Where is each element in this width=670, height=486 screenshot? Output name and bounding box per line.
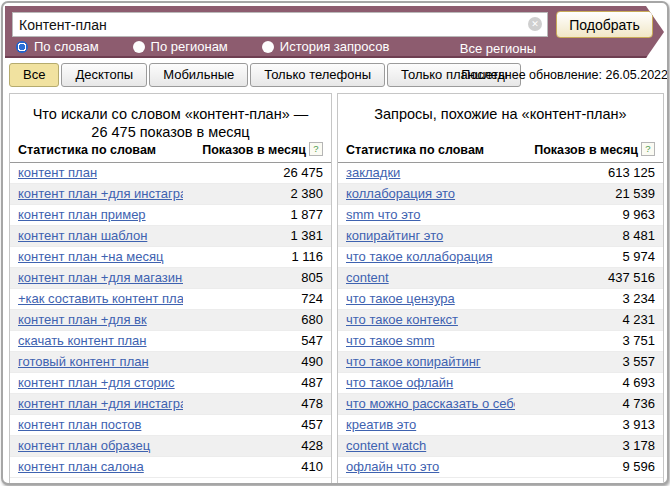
- shows-value: 428: [183, 436, 331, 457]
- table-header-row: Статистика по словам Показов в месяц?: [10, 139, 331, 163]
- shows-value: 4 231: [515, 310, 663, 331]
- shows-value: 680: [183, 310, 331, 331]
- search-mode-radio[interactable]: По регионам: [133, 39, 228, 54]
- keyword-link[interactable]: коллаборация это: [346, 186, 455, 201]
- keyword-link[interactable]: контент план +на месяц: [18, 249, 163, 264]
- keyword-link[interactable]: готовый контент план: [18, 354, 149, 369]
- keyword-link[interactable]: закладки: [346, 165, 400, 180]
- table-row: content watch 3 178: [338, 436, 663, 457]
- search-mode-group: По словам По регионам История запросов: [16, 39, 389, 54]
- keyword-link[interactable]: контент план: [18, 165, 97, 180]
- radio-label: По регионам: [151, 39, 228, 54]
- shows-value: 5 974: [515, 247, 663, 268]
- column-header-keyword: Статистика по словам: [338, 139, 515, 163]
- help-icon[interactable]: ?: [309, 142, 323, 156]
- keyword-link[interactable]: что такое цензура: [346, 291, 455, 306]
- search-header: ✕ Подобрать По словам По регионам Истори…: [5, 6, 664, 58]
- keyword-link[interactable]: content watch: [346, 438, 426, 453]
- shows-value: 9 963: [515, 205, 663, 226]
- keyword-link[interactable]: что такое контекст: [346, 312, 458, 327]
- device-tab[interactable]: Мобильные: [149, 63, 248, 87]
- keyword-link[interactable]: +как составить контент план: [18, 291, 183, 306]
- last-update-text: Последнее обновление: 26.05.2022: [461, 68, 668, 82]
- table-row: контент план пример 1 877: [10, 205, 331, 226]
- keyword-link[interactable]: копирайтинг это: [346, 228, 443, 243]
- shows-value: 26 475: [183, 163, 331, 184]
- table-row: что такое контекст 4 231: [338, 310, 663, 331]
- help-icon[interactable]: ?: [641, 142, 655, 156]
- keyword-table-body: контент план 26 475 контент план +для ин…: [10, 163, 331, 478]
- shows-value: 410: [183, 457, 331, 478]
- shows-value: 3 178: [515, 436, 663, 457]
- search-mode-radio[interactable]: История запросов: [262, 39, 390, 54]
- radio-icon: [133, 41, 145, 53]
- table-row: офлайн что это 9 596: [338, 457, 663, 478]
- radio-label: История запросов: [280, 39, 390, 54]
- shows-value: 21 539: [515, 184, 663, 205]
- radio-icon: [16, 41, 28, 53]
- device-tab-label: Все: [23, 67, 45, 82]
- shows-value: 1 877: [183, 205, 331, 226]
- shows-value: 547: [183, 331, 331, 352]
- keyword-link[interactable]: что такое коллаборация: [346, 249, 492, 264]
- keyword-link[interactable]: content: [346, 270, 389, 285]
- device-tab-label: Десктопы: [75, 67, 133, 82]
- table-row: контент план образец 428: [10, 436, 331, 457]
- shows-value: 3 913: [515, 415, 663, 436]
- table-row: креатив это 3 913: [338, 415, 663, 436]
- region-link[interactable]: Все регионы: [460, 41, 536, 57]
- keyword-link[interactable]: контент план постов: [18, 417, 141, 432]
- search-input[interactable]: [12, 12, 548, 37]
- shows-value: 2 380: [183, 184, 331, 205]
- device-tab-label: Только телефоны: [264, 67, 371, 82]
- keyword-link[interactable]: контент план +для инстаграм: [18, 186, 183, 201]
- shows-value: 3 751: [515, 331, 663, 352]
- table-row: контент план +для инстаграмма 478: [10, 394, 331, 415]
- table-row: контент план постов 457: [10, 415, 331, 436]
- table-row: контент план +на месяц 1 116: [10, 247, 331, 268]
- shows-value: 3 234: [515, 289, 663, 310]
- device-tab[interactable]: Десктопы: [61, 63, 147, 87]
- keyword-link[interactable]: контент план +для сторис: [18, 375, 175, 390]
- shows-value: 457: [183, 415, 331, 436]
- column-header-shows: Показов в месяц?: [515, 139, 663, 163]
- app-window: ✕ Подобрать По словам По регионам Истори…: [1, 1, 669, 485]
- table-row: копирайтинг это 8 481: [338, 226, 663, 247]
- keyword-link[interactable]: контент план +для вк: [18, 312, 147, 327]
- shows-value: 8 481: [515, 226, 663, 247]
- keyword-link[interactable]: smm что это: [346, 207, 421, 222]
- column-header-keyword: Статистика по словам: [10, 139, 183, 163]
- keyword-link[interactable]: креатив это: [346, 417, 416, 432]
- table-row: что такое офлайн 4 693: [338, 373, 663, 394]
- keyword-link[interactable]: контент план салона: [18, 459, 144, 474]
- device-tab[interactable]: Только телефоны: [250, 63, 385, 87]
- search-mode-radio[interactable]: По словам: [16, 39, 99, 54]
- table-row: контент план +для сторис 487: [10, 373, 331, 394]
- keyword-link[interactable]: контент план +для магазина: [18, 270, 183, 285]
- table-row: что такое smm 3 751: [338, 331, 663, 352]
- table-row: smm что это 9 963: [338, 205, 663, 226]
- radio-label: По словам: [34, 39, 99, 54]
- submit-button[interactable]: Подобрать: [556, 11, 653, 38]
- keyword-link[interactable]: контент план +для инстаграмма: [18, 396, 183, 411]
- keyword-link[interactable]: контент план шаблон: [18, 228, 147, 243]
- keyword-link[interactable]: контент план пример: [18, 207, 146, 222]
- device-tab[interactable]: Все: [9, 63, 59, 87]
- keyword-link[interactable]: контент план образец: [18, 438, 150, 453]
- keyword-link[interactable]: что можно рассказать о себе: [346, 396, 515, 411]
- keyword-link[interactable]: скачать контент план: [18, 333, 147, 348]
- table-row: контент план салона 410: [10, 457, 331, 478]
- shows-value: 805: [183, 268, 331, 289]
- radio-icon: [262, 41, 274, 53]
- shows-value: 613 125: [515, 163, 663, 184]
- shows-value: 437 516: [515, 268, 663, 289]
- table-row: скачать контент план 547: [10, 331, 331, 352]
- keyword-link[interactable]: офлайн что это: [346, 459, 439, 474]
- keyword-link[interactable]: что такое smm: [346, 333, 435, 348]
- table-row: коллаборация это 21 539: [338, 184, 663, 205]
- keyword-link[interactable]: что такое офлайн: [346, 375, 453, 390]
- keyword-link[interactable]: что такое копирайтинг: [346, 354, 481, 369]
- device-tabs-bar: Все Десктопы Мобильные Только телефоны Т…: [9, 63, 665, 89]
- clear-icon[interactable]: ✕: [528, 17, 542, 31]
- table-row: контент план 26 475: [10, 163, 331, 184]
